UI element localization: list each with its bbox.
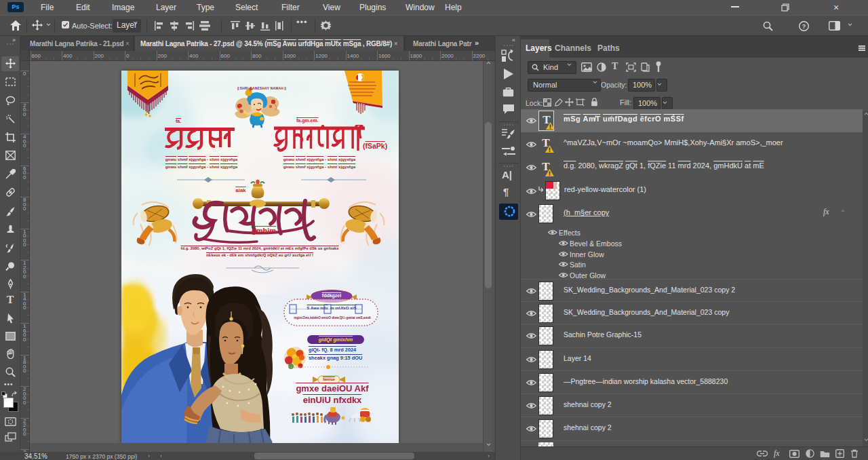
svg-text:?: ? <box>802 23 806 30</box>
